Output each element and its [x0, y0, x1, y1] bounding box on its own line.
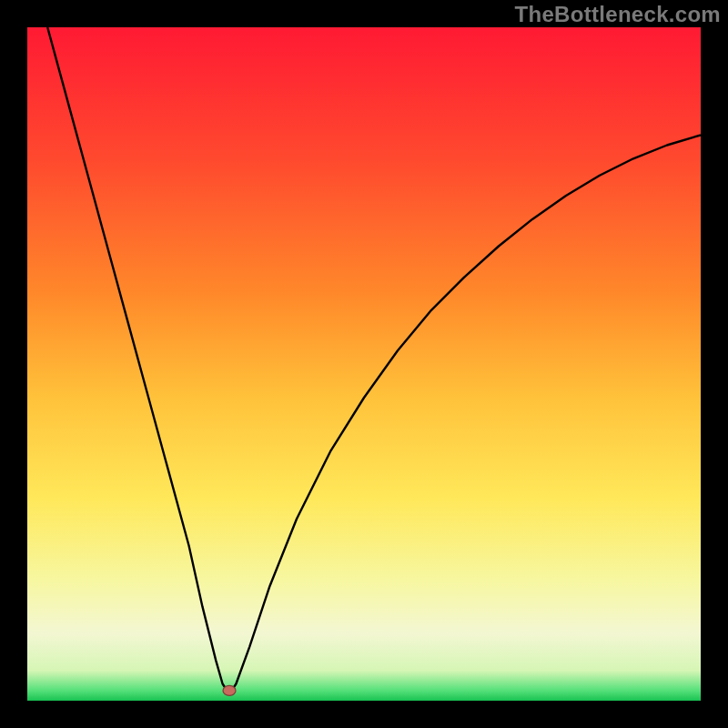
watermark-text: TheBottleneck.com [515, 2, 721, 27]
bottleneck-chart [27, 27, 701, 701]
plot-area [27, 27, 701, 701]
chart-frame: TheBottleneck.com [0, 0, 728, 728]
optimal-point-marker [223, 685, 236, 695]
gradient-background [27, 27, 701, 701]
